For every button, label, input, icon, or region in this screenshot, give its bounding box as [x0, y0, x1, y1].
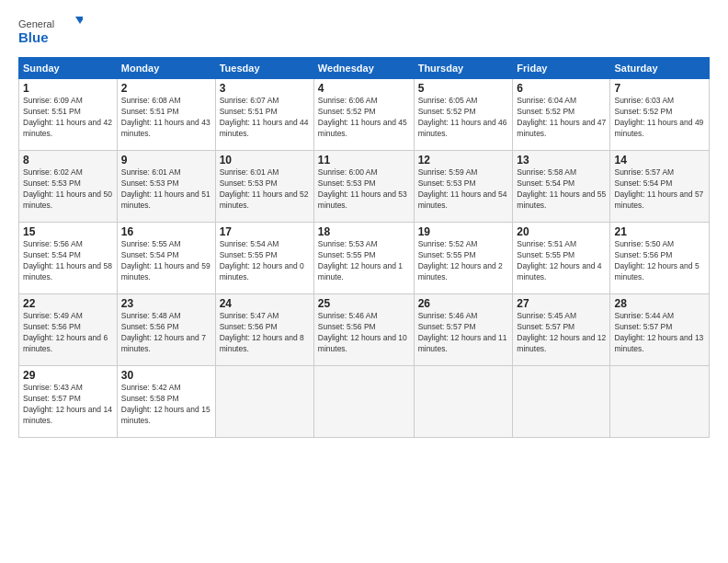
sunset-label: Sunset: 5:57 PM: [614, 322, 672, 331]
daylight-label: Daylight: 11 hours and 46 minutes.: [418, 118, 507, 138]
calendar-cell: 18 Sunrise: 5:53 AM Sunset: 5:55 PM Dayl…: [313, 223, 414, 294]
daylight-label: Daylight: 11 hours and 45 minutes.: [318, 118, 407, 138]
day-number: 21: [614, 225, 705, 238]
sunset-label: Sunset: 5:54 PM: [517, 178, 574, 188]
sunset-label: Sunset: 5:51 PM: [220, 107, 278, 116]
calendar-body: 1 Sunrise: 6:09 AM Sunset: 5:51 PM Dayli…: [19, 79, 710, 438]
day-number: 10: [220, 154, 310, 167]
sunset-label: Sunset: 5:53 PM: [121, 178, 179, 188]
day-info: Sunrise: 5:50 AM Sunset: 5:56 PM Dayligh…: [614, 239, 705, 283]
day-number: 16: [121, 225, 211, 238]
day-number: 17: [220, 225, 310, 238]
daylight-label: Daylight: 11 hours and 52 minutes.: [220, 190, 309, 210]
day-info: Sunrise: 6:01 AM Sunset: 5:53 PM Dayligh…: [220, 167, 310, 212]
sunrise-label: Sunrise: 5:44 AM: [614, 311, 674, 320]
day-info: Sunrise: 5:47 AM Sunset: 5:56 PM Dayligh…: [220, 311, 310, 355]
calendar-cell: 11 Sunrise: 6:00 AM Sunset: 5:53 PM Dayl…: [313, 151, 414, 223]
daylight-label: Daylight: 12 hours and 5 minutes.: [614, 261, 699, 282]
calendar-cell: 25 Sunrise: 5:46 AM Sunset: 5:56 PM Dayl…: [313, 294, 414, 366]
sunset-label: Sunset: 5:52 PM: [418, 107, 476, 116]
header-thursday: Thursday: [414, 58, 513, 79]
calendar-cell: 9 Sunrise: 6:01 AM Sunset: 5:53 PM Dayli…: [117, 151, 215, 223]
week-row-3: 15 Sunrise: 5:56 AM Sunset: 5:54 PM Dayl…: [19, 223, 710, 294]
sunset-label: Sunset: 5:54 PM: [614, 178, 672, 188]
day-info: Sunrise: 5:51 AM Sunset: 5:55 PM Dayligh…: [517, 239, 606, 283]
calendar-cell: 6 Sunrise: 6:04 AM Sunset: 5:52 PM Dayli…: [513, 79, 610, 151]
calendar-cell: 24 Sunrise: 5:47 AM Sunset: 5:56 PM Dayl…: [215, 294, 313, 366]
day-number: 26: [418, 297, 509, 310]
day-number: 29: [23, 369, 113, 382]
day-number: 1: [23, 82, 113, 95]
sunset-label: Sunset: 5:56 PM: [220, 322, 278, 331]
daylight-label: Daylight: 11 hours and 43 minutes.: [121, 118, 210, 138]
calendar-cell: 13 Sunrise: 5:58 AM Sunset: 5:54 PM Dayl…: [513, 151, 610, 223]
day-info: Sunrise: 5:56 AM Sunset: 5:54 PM Dayligh…: [23, 239, 113, 283]
daylight-label: Daylight: 12 hours and 6 minutes.: [23, 333, 108, 353]
day-number: 2: [121, 82, 211, 95]
daylight-label: Daylight: 11 hours and 50 minutes.: [23, 190, 112, 210]
day-info: Sunrise: 6:08 AM Sunset: 5:51 PM Dayligh…: [121, 96, 211, 140]
header-tuesday: Tuesday: [215, 58, 313, 79]
day-number: 22: [23, 297, 113, 310]
calendar-header-row: SundayMondayTuesdayWednesdayThursdayFrid…: [19, 58, 710, 79]
sunrise-label: Sunrise: 6:00 AM: [318, 167, 378, 177]
day-info: Sunrise: 5:59 AM Sunset: 5:53 PM Dayligh…: [418, 167, 509, 212]
daylight-label: Daylight: 11 hours and 55 minutes.: [517, 190, 606, 210]
daylight-label: Daylight: 12 hours and 8 minutes.: [220, 333, 304, 353]
sunrise-label: Sunrise: 5:49 AM: [23, 311, 83, 320]
header-saturday: Saturday: [610, 58, 710, 79]
day-info: Sunrise: 6:07 AM Sunset: 5:51 PM Dayligh…: [220, 96, 310, 140]
sunset-label: Sunset: 5:51 PM: [23, 107, 81, 116]
calendar-cell: 19 Sunrise: 5:52 AM Sunset: 5:55 PM Dayl…: [414, 223, 513, 294]
day-number: 27: [517, 297, 606, 310]
sunset-label: Sunset: 5:56 PM: [23, 322, 81, 331]
day-info: Sunrise: 6:09 AM Sunset: 5:51 PM Dayligh…: [23, 96, 113, 140]
day-info: Sunrise: 6:03 AM Sunset: 5:52 PM Dayligh…: [614, 96, 705, 140]
day-number: 9: [121, 154, 211, 167]
sunset-label: Sunset: 5:56 PM: [318, 322, 376, 331]
day-number: 20: [517, 225, 606, 238]
daylight-label: Daylight: 12 hours and 2 minutes.: [418, 261, 503, 282]
sunrise-label: Sunrise: 6:07 AM: [220, 96, 279, 105]
day-info: Sunrise: 5:57 AM Sunset: 5:54 PM Dayligh…: [614, 167, 705, 212]
daylight-label: Daylight: 11 hours and 54 minutes.: [418, 190, 507, 210]
day-number: 12: [418, 154, 509, 167]
day-info: Sunrise: 5:44 AM Sunset: 5:57 PM Dayligh…: [614, 311, 705, 355]
sunset-label: Sunset: 5:53 PM: [23, 178, 81, 188]
day-info: Sunrise: 6:05 AM Sunset: 5:52 PM Dayligh…: [418, 96, 509, 140]
week-row-4: 22 Sunrise: 5:49 AM Sunset: 5:56 PM Dayl…: [19, 294, 710, 366]
calendar-cell: [513, 366, 610, 438]
sunset-label: Sunset: 5:53 PM: [318, 178, 376, 188]
sunrise-label: Sunrise: 5:47 AM: [220, 311, 279, 320]
sunset-label: Sunset: 5:54 PM: [23, 250, 81, 259]
sunrise-label: Sunrise: 6:09 AM: [23, 96, 83, 105]
sunrise-label: Sunrise: 5:54 AM: [220, 239, 279, 248]
calendar-cell: 8 Sunrise: 6:02 AM Sunset: 5:53 PM Dayli…: [19, 151, 118, 223]
day-number: 6: [517, 82, 606, 95]
day-number: 28: [614, 297, 705, 310]
sunset-label: Sunset: 5:57 PM: [418, 322, 476, 331]
daylight-label: Daylight: 11 hours and 42 minutes.: [23, 118, 112, 138]
sunrise-label: Sunrise: 5:48 AM: [121, 311, 181, 320]
sunrise-label: Sunrise: 6:03 AM: [614, 96, 674, 105]
daylight-label: Daylight: 12 hours and 11 minutes.: [418, 333, 507, 353]
calendar-cell: 17 Sunrise: 5:54 AM Sunset: 5:55 PM Dayl…: [215, 223, 313, 294]
day-number: 8: [23, 154, 113, 167]
day-number: 24: [220, 297, 310, 310]
sunrise-label: Sunrise: 6:05 AM: [418, 96, 478, 105]
day-info: Sunrise: 6:04 AM Sunset: 5:52 PM Dayligh…: [517, 96, 606, 140]
daylight-label: Daylight: 11 hours and 49 minutes.: [614, 118, 703, 138]
day-info: Sunrise: 5:53 AM Sunset: 5:55 PM Dayligh…: [318, 239, 410, 283]
daylight-label: Daylight: 12 hours and 0 minutes.: [220, 261, 304, 282]
header: General Blue: [18, 15, 710, 50]
sunset-label: Sunset: 5:52 PM: [517, 107, 574, 116]
day-info: Sunrise: 5:54 AM Sunset: 5:55 PM Dayligh…: [220, 239, 310, 283]
sunset-label: Sunset: 5:56 PM: [121, 322, 179, 331]
day-number: 23: [121, 297, 211, 310]
calendar-cell: 29 Sunrise: 5:43 AM Sunset: 5:57 PM Dayl…: [19, 366, 118, 438]
calendar-cell: 27 Sunrise: 5:45 AM Sunset: 5:57 PM Dayl…: [513, 294, 610, 366]
calendar-cell: 1 Sunrise: 6:09 AM Sunset: 5:51 PM Dayli…: [19, 79, 118, 151]
sunrise-label: Sunrise: 5:46 AM: [418, 311, 478, 320]
day-number: 30: [121, 369, 211, 382]
day-number: 25: [318, 297, 410, 310]
